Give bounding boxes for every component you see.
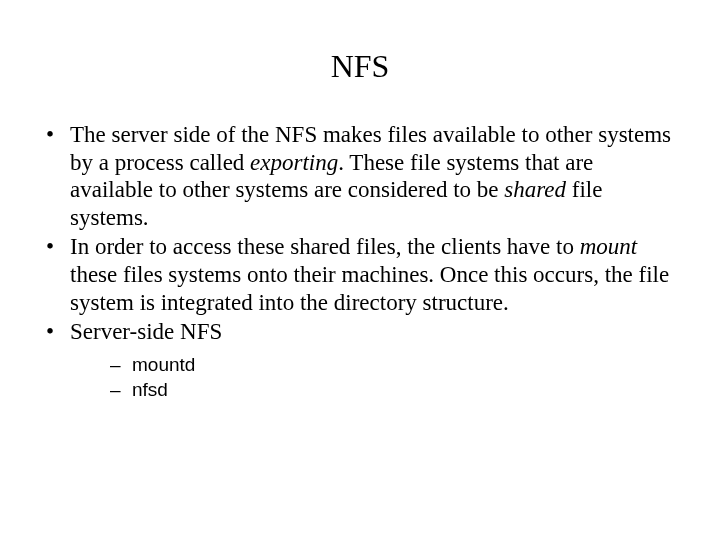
bullet-text: Server-side NFS [70, 319, 222, 344]
slide-body: The server side of the NFS makes files a… [40, 121, 680, 401]
bullet-em: mount [580, 234, 638, 259]
bullet-text: these files systems onto their machines.… [70, 262, 669, 315]
bullet-list: The server side of the NFS makes files a… [40, 121, 680, 401]
bullet-em: shared [504, 177, 566, 202]
sub-item: mountd [110, 354, 680, 377]
sub-item: nfsd [110, 379, 680, 402]
bullet-item: Server-side NFS mountd nfsd [40, 318, 680, 401]
sub-text: mountd [132, 354, 195, 375]
sub-list: mountd nfsd [110, 354, 680, 402]
bullet-item: The server side of the NFS makes files a… [40, 121, 680, 231]
bullet-text: In order to access these shared files, t… [70, 234, 580, 259]
slide-title: NFS [0, 48, 720, 85]
bullet-item: In order to access these shared files, t… [40, 233, 680, 316]
slide: NFS The server side of the NFS makes fil… [0, 48, 720, 540]
sub-text: nfsd [132, 379, 168, 400]
bullet-em: exporting [250, 150, 338, 175]
